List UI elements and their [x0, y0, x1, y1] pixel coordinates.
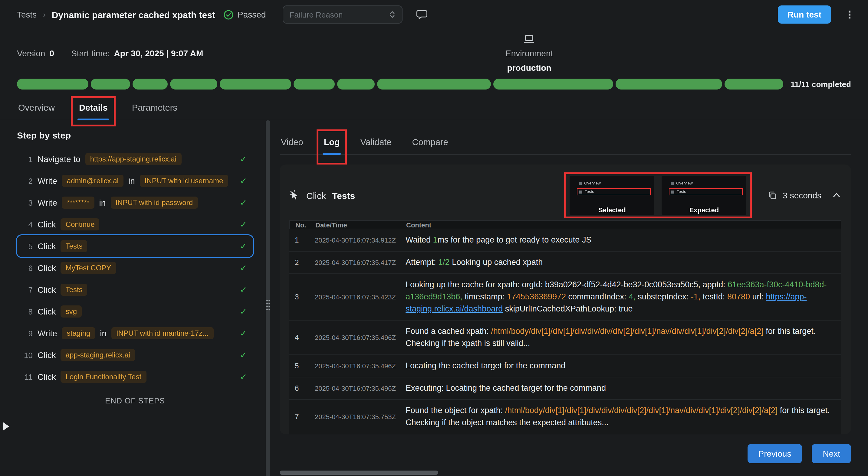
run-meta-row: Version 0 Start time: Apr 30, 2025 | 9:0…: [0, 34, 868, 73]
next-button[interactable]: Next: [812, 444, 851, 463]
step-number: 10: [21, 350, 33, 360]
click-cursor-icon: [289, 190, 300, 201]
log-text: 80780: [727, 292, 750, 301]
thumbnail-expected[interactable]: OverviewTestsExpected: [661, 176, 746, 215]
page-title: Dynamic parameter cached xpath test: [52, 9, 215, 20]
step-connector: in: [99, 198, 106, 207]
log-row-timestamp: 2025-04-30T16:07:34.912Z: [315, 237, 406, 244]
log-row-timestamp: 2025-04-30T16:07:35.753Z: [315, 413, 406, 420]
step-target-badge: admin@relicx.ai: [62, 175, 123, 187]
step-action: Click: [37, 372, 56, 382]
log-text: -1,: [691, 292, 701, 301]
environment-value: production: [507, 63, 551, 73]
step-row[interactable]: 8Clicksvg✓: [17, 301, 253, 322]
step-row[interactable]: 9WritestaginginINPUT with id mantine-17z…: [17, 322, 253, 344]
step-check-icon: ✓: [240, 285, 247, 295]
step-row[interactable]: 2Writeadmin@relicx.aiinINPUT with id use…: [17, 170, 253, 192]
breadcrumb-tests[interactable]: Tests: [17, 10, 37, 19]
step-check-icon: ✓: [240, 329, 247, 338]
progress-segment: [337, 79, 375, 90]
duration-group: 3 seconds: [768, 191, 841, 200]
failure-reason-select[interactable]: Failure Reason: [283, 5, 403, 24]
log-row-content: Waited 1ms for the page to get ready to …: [406, 234, 841, 246]
start-time-value: Apr 30, 2025 | 9:07 AM: [114, 48, 204, 58]
tab-parameters[interactable]: Parameters: [131, 98, 179, 120]
start-time-label: Start time:: [71, 48, 110, 58]
horizontal-scrollbar-thumb[interactable]: [280, 471, 438, 475]
step-row[interactable]: 7ClickTests✓: [17, 279, 253, 301]
progress-segment: [133, 79, 168, 90]
previous-button[interactable]: Previous: [747, 444, 802, 463]
log-text: Looking up cached xpath: [450, 258, 543, 267]
progress-segment: [17, 79, 88, 90]
step-target-badge: staging: [62, 327, 95, 339]
log-text: 1/2: [438, 258, 450, 267]
step-connector: in: [100, 329, 106, 338]
log-row: 62025-04-30T16:07:35.496ZExecuting: Loca…: [289, 377, 841, 400]
copy-icon[interactable]: [768, 191, 777, 200]
steps-list: 1Navigate tohttps://app-staging.relicx.a…: [17, 148, 253, 388]
log-text: 1745536369972: [507, 292, 566, 301]
log-row: 22025-04-30T16:07:35.417ZAttempt: 1/2 Lo…: [289, 251, 841, 274]
log-text: Found a cached xpath:: [406, 327, 491, 336]
log-text: Executing: Locating the cached target fo…: [406, 383, 606, 393]
tab-validate[interactable]: Validate: [359, 132, 393, 154]
run-test-button[interactable]: Run test: [778, 5, 831, 24]
tab-overview[interactable]: Overview: [17, 98, 56, 120]
app-window: Tests › Dynamic parameter cached xpath t…: [0, 0, 868, 476]
step-check-icon: ✓: [240, 176, 247, 186]
environment-group: Environment production: [207, 34, 851, 73]
selector-chevrons-icon: [389, 10, 396, 19]
step-target-badge: ********: [62, 197, 94, 209]
column-header-content: Content: [406, 221, 841, 228]
step-row[interactable]: 11ClickLogin Functionality Test✓: [17, 366, 253, 388]
chevron-up-icon[interactable]: [832, 191, 841, 200]
main-tabs: OverviewDetailsParameters: [0, 98, 868, 121]
step-check-icon: ✓: [240, 350, 247, 360]
log-row-number: 6: [289, 384, 315, 393]
log-text: url:: [750, 292, 766, 301]
kebab-menu-icon[interactable]: ⋮: [844, 8, 855, 21]
step-number: 2: [21, 176, 33, 185]
progress-segment: [91, 79, 130, 90]
check-circle-icon: [224, 9, 234, 20]
tab-video[interactable]: Video: [280, 132, 305, 154]
tab-log[interactable]: Log: [322, 132, 341, 154]
step-check-icon: ✓: [240, 241, 247, 251]
step-row[interactable]: 1Navigate tohttps://app-staging.relicx.a…: [17, 148, 253, 170]
top-bar: Tests › Dynamic parameter cached xpath t…: [0, 0, 868, 29]
log-row: 72025-04-30T16:07:35.753ZFound the objec…: [289, 400, 841, 434]
mini-nav-row: Overview: [669, 180, 743, 186]
log-row-timestamp: 2025-04-30T16:07:35.496Z: [315, 362, 406, 370]
step-number: 8: [21, 307, 33, 316]
step-row[interactable]: 4ClickContinue✓: [17, 213, 253, 235]
step-row[interactable]: 5ClickTests✓: [17, 235, 253, 257]
log-row-content: Attempt: 1/2 Looking up cached xpath: [406, 257, 841, 269]
thumbnail-selected[interactable]: OverviewTestsSelected: [569, 176, 654, 215]
panel-resizer[interactable]: [266, 121, 270, 476]
step-row[interactable]: 3Write********inINPUT with id password✓: [17, 192, 253, 213]
tab-compare[interactable]: Compare: [411, 132, 449, 154]
sidebar-expand-icon[interactable]: [3, 422, 9, 431]
log-row-number: 1: [289, 236, 315, 244]
step-number: 5: [21, 242, 33, 251]
log-text: Found the object for xpath:: [406, 406, 505, 415]
tab-details[interactable]: Details: [78, 98, 109, 120]
step-action: Write: [37, 198, 57, 207]
detail-tabs: VideoLogValidateCompare: [280, 121, 851, 155]
thumbnail-mini-sidebar: OverviewTests: [661, 176, 746, 195]
step-row[interactable]: 6ClickMyTest COPY✓: [17, 257, 253, 279]
step-target-badge: app-staging.relicx.ai: [61, 349, 135, 361]
log-text: /html/body/div[1]/div[1]/div/div/div/div…: [491, 327, 763, 336]
laptop-icon: [524, 34, 535, 43]
log-text: Attempt:: [406, 258, 438, 267]
step-target2-badge: INPUT with id mantine-17z...: [112, 327, 213, 339]
log-card: Click Tests OverviewTestsSelectedOvervie…: [280, 165, 851, 434]
comment-icon[interactable]: [416, 8, 428, 21]
log-row-content: Looking up the cache for xpath: orgId: b…: [406, 279, 841, 315]
step-row[interactable]: 10Clickapp-staging.relicx.ai✓: [17, 344, 253, 366]
log-row-timestamp: 2025-04-30T16:07:35.423Z: [315, 293, 406, 301]
mini-nav-icon: [579, 182, 582, 185]
version-value: 0: [49, 48, 54, 58]
content-area: Step by step 1Navigate tohttps://app-sta…: [0, 121, 868, 476]
